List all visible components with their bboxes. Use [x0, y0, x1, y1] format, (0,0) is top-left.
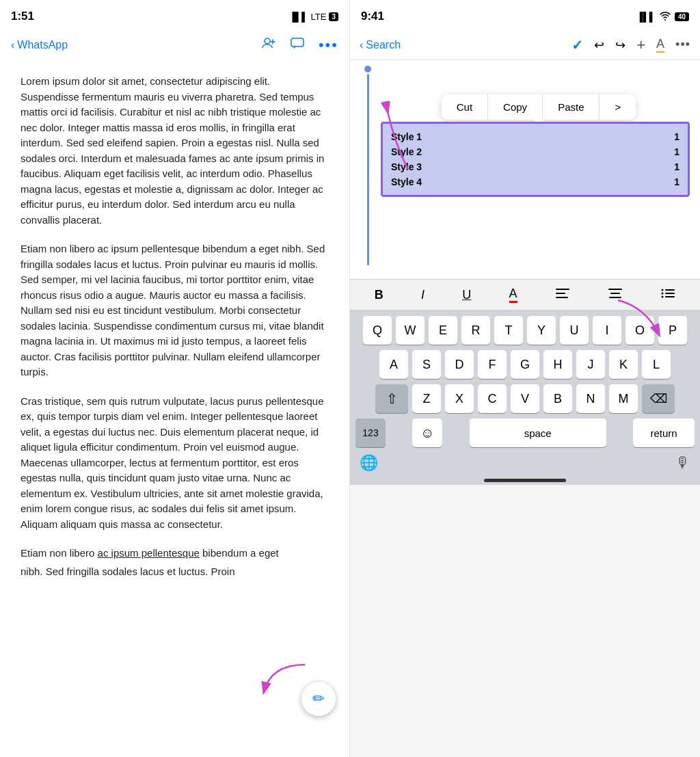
key-T[interactable]: T [494, 316, 523, 345]
style-2-value: 1 [674, 146, 679, 157]
signal-icon: ▐▌▌ [289, 12, 308, 22]
key-R[interactable]: R [461, 316, 490, 345]
undo-icon[interactable]: ↩ [594, 38, 604, 53]
svg-rect-12 [665, 293, 675, 294]
font-icon[interactable]: A [656, 37, 664, 53]
style-4-name: Style 4 [391, 176, 422, 187]
paragraph-2: Etiam non libero ac ipsum pellentesque b… [21, 241, 329, 380]
cut-button[interactable]: Cut [442, 94, 488, 120]
svg-rect-1 [291, 38, 304, 47]
add-contact-icon[interactable] [261, 36, 276, 55]
lte-badge: 3 [329, 12, 338, 21]
cursor-dot [364, 66, 371, 72]
more-icon[interactable]: ••• [319, 36, 338, 54]
style-1-value: 1 [674, 131, 679, 142]
keyboard-row-4: 123 ☺ space return [353, 419, 697, 453]
key-G[interactable]: G [511, 350, 539, 379]
left-nav-icons: ••• [261, 36, 338, 55]
wifi-icon [660, 11, 671, 23]
selected-block: Style 1 1 Style 2 1 Style 3 1 Style 4 1 [381, 122, 690, 197]
key-C[interactable]: C [478, 384, 507, 413]
backspace-key[interactable]: ⌫ [642, 384, 675, 413]
right-nav-bar: ‹ Search ✓ ↩ ↪ + A ••• [350, 30, 700, 60]
bold-button[interactable]: B [375, 288, 383, 302]
key-Q[interactable]: Q [363, 316, 392, 345]
mic-icon[interactable]: 🎙 [675, 454, 690, 472]
key-H[interactable]: H [543, 350, 572, 379]
underline-button[interactable]: U [462, 288, 471, 302]
edit-icon: ✏ [312, 690, 325, 708]
context-menu-bar: Cut Copy Paste > [442, 94, 636, 120]
keyboard-row-2: A S D F G H J K L [353, 350, 697, 379]
globe-icon[interactable]: 🌐 [360, 454, 378, 472]
key-N[interactable]: N [576, 384, 605, 413]
copy-button[interactable]: Copy [488, 94, 543, 120]
align-left-button[interactable] [555, 287, 570, 303]
chat-icon[interactable] [290, 36, 305, 55]
key-P[interactable]: P [658, 316, 687, 345]
key-O[interactable]: O [625, 316, 654, 345]
right-time: 9:41 [361, 10, 384, 23]
left-status-bar: 1:51 ▐▌▌ LTE 3 [0, 0, 349, 30]
edit-fab-button[interactable]: ✏ [301, 682, 336, 716]
emoji-key[interactable]: ☺ [412, 419, 442, 447]
right-panel: 9:41 ▐▌▌ 40 ‹ Search ✓ ↩ ↪ + A [350, 0, 700, 757]
key-I[interactable]: I [593, 316, 621, 345]
right-signal-icon: ▐▌▌ [636, 12, 656, 22]
key-U[interactable]: U [560, 316, 589, 345]
right-more-icon[interactable]: ••• [675, 38, 690, 52]
svg-rect-7 [610, 293, 620, 294]
paste-button[interactable]: Paste [543, 94, 600, 120]
shift-key[interactable]: ⇧ [375, 384, 408, 413]
space-key[interactable]: space [470, 419, 606, 447]
right-content-area: Cut Copy Paste > Style 1 1 Style 2 1 Sty… [350, 60, 700, 279]
key-V[interactable]: V [511, 384, 539, 413]
right-status-bar: 9:41 ▐▌▌ 40 [350, 0, 700, 30]
key-W[interactable]: W [396, 316, 425, 345]
key-K[interactable]: K [609, 350, 638, 379]
italic-button[interactable]: I [421, 288, 425, 302]
font-color-button[interactable]: A [509, 287, 517, 303]
key-E[interactable]: E [429, 316, 457, 345]
key-Z[interactable]: Z [412, 384, 441, 413]
left-status-icons: ▐▌▌ LTE 3 [289, 12, 338, 22]
style-2-name: Style 2 [391, 146, 422, 157]
paragraph-3: Cras tristique, sem quis rutrum vulputat… [21, 394, 329, 533]
back-label: WhatsApp [17, 39, 68, 51]
check-icon[interactable]: ✓ [571, 37, 583, 53]
key-Y[interactable]: Y [527, 316, 556, 345]
back-button[interactable]: ‹ WhatsApp [11, 39, 68, 51]
redo-icon[interactable]: ↪ [615, 38, 625, 53]
key-F[interactable]: F [478, 350, 507, 379]
key-B[interactable]: B [543, 384, 572, 413]
svg-rect-5 [556, 297, 568, 298]
battery-badge: 40 [675, 12, 689, 21]
svg-rect-3 [556, 289, 569, 290]
svg-rect-10 [665, 289, 675, 291]
left-nav-bar: ‹ WhatsApp ••• [0, 30, 349, 60]
style-4-value: 1 [674, 176, 679, 187]
svg-rect-14 [665, 296, 675, 297]
home-bar [484, 479, 566, 482]
add-icon[interactable]: + [636, 36, 645, 54]
more-button[interactable]: > [600, 94, 636, 120]
right-back-button[interactable]: ‹ Search [360, 39, 401, 51]
key-D[interactable]: D [445, 350, 474, 379]
key-J[interactable]: J [576, 350, 605, 379]
return-key[interactable]: return [633, 419, 695, 447]
key-S[interactable]: S [412, 350, 441, 379]
numbers-key[interactable]: 123 [355, 419, 386, 447]
keyboard-row-3: ⇧ Z X C V B N M ⌫ [353, 384, 697, 413]
style-3-value: 1 [674, 161, 679, 172]
key-A[interactable]: A [379, 350, 408, 379]
style-row-1: Style 1 1 [391, 129, 679, 144]
key-X[interactable]: X [445, 384, 474, 413]
key-L[interactable]: L [642, 350, 671, 379]
key-M[interactable]: M [609, 384, 638, 413]
chevron-left-icon: ‹ [11, 39, 14, 51]
align-center-button[interactable] [608, 287, 623, 302]
svg-rect-6 [608, 289, 622, 290]
right-back-label: Search [366, 39, 401, 51]
list-button[interactable] [660, 287, 675, 302]
style-row-2: Style 2 1 [391, 144, 679, 159]
